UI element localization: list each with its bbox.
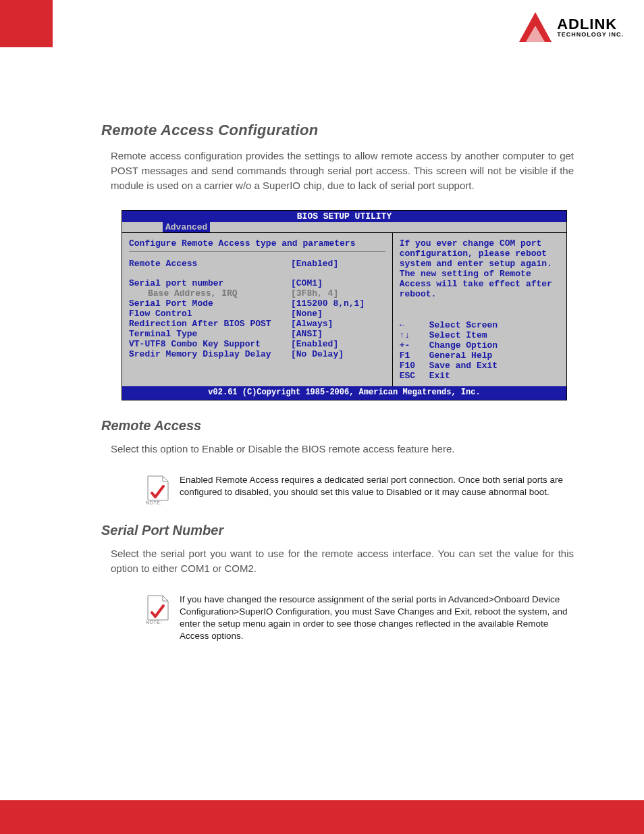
bios-nav-key: ESC bbox=[400, 371, 429, 381]
bios-setting-row: Base Address, IRQ[3F8h, 4] bbox=[129, 288, 385, 298]
bios-setting-row: Serial port number[COM1] bbox=[129, 278, 385, 288]
logo-main-text: ADLINK bbox=[557, 17, 624, 32]
bios-nav-row: ESCExit bbox=[400, 371, 560, 381]
bios-nav-row: ←Select Screen bbox=[400, 320, 560, 330]
bios-setting-row: Sredir Memory Display Delay[No Delay] bbox=[129, 349, 385, 359]
bios-title-bar: BIOS SETUP UTILITY bbox=[122, 211, 566, 222]
section-title-remote-access: Remote Access bbox=[101, 418, 574, 434]
section-para-serial-port-number: Select the serial port you want to use f… bbox=[111, 546, 574, 576]
bios-nav-key: F10 bbox=[400, 361, 429, 371]
bios-setting-row: VT-UTF8 Combo Key Support[Enabled] bbox=[129, 339, 385, 349]
bios-nav-action: Select Item bbox=[429, 330, 487, 340]
footer-red-bar bbox=[0, 800, 644, 834]
bios-nav-action: Change Option bbox=[429, 340, 498, 350]
bios-setting-label: Terminal Type bbox=[129, 329, 291, 339]
bios-setting-value: [No Delay] bbox=[291, 349, 344, 359]
note-block-1: NOTE: Enabled Remote Access requires a d… bbox=[146, 474, 574, 502]
note-icon: NOTE: bbox=[146, 594, 170, 622]
bios-nav-row: +-Change Option bbox=[400, 340, 560, 350]
bios-setting-row: Terminal Type[ANSI] bbox=[129, 329, 385, 339]
bios-footer: v02.61 (C)Copyright 1985-2006, American … bbox=[122, 386, 566, 400]
bios-setting-row: Redirection After BIOS POST[Always] bbox=[129, 319, 385, 329]
bios-config-header: Configure Remote Access type and paramet… bbox=[129, 238, 385, 252]
bios-setting-value: [COM1] bbox=[291, 278, 323, 288]
note-icon: NOTE: bbox=[146, 474, 170, 502]
bios-tab-row: Advanced bbox=[122, 222, 566, 233]
section-para-remote-access-config: Remote access configuration provides the… bbox=[111, 149, 574, 192]
note-label: NOTE: bbox=[146, 620, 162, 625]
bios-left-pane: Configure Remote Access type and paramet… bbox=[122, 233, 393, 386]
page-content: Remote Access Configuration Remote acces… bbox=[101, 122, 574, 662]
note-text-1: Enabled Remote Access requires a dedicat… bbox=[180, 474, 574, 498]
bios-nav-row: ↑↓Select Item bbox=[400, 330, 560, 340]
bios-setting-row: Flow Control[None] bbox=[129, 309, 385, 319]
bios-nav-action: Exit bbox=[429, 371, 450, 381]
bios-setting-value: [Enabled] bbox=[291, 339, 338, 349]
bios-setting-label: VT-UTF8 Combo Key Support bbox=[129, 339, 291, 349]
note-label: NOTE: bbox=[146, 500, 162, 505]
bios-help-text: If you ever change COM port configuratio… bbox=[400, 238, 560, 304]
bios-setting-label: Base Address, IRQ bbox=[129, 288, 291, 298]
header-red-tab bbox=[0, 0, 53, 47]
note-block-2: NOTE: If you have changed the resource a… bbox=[146, 594, 574, 643]
bios-setting-value: [3F8h, 4] bbox=[291, 288, 338, 298]
note-text-2: If you have changed the resource assignm… bbox=[180, 594, 574, 643]
bios-setting-label: Sredir Memory Display Delay bbox=[129, 349, 291, 359]
bios-nav-key: ← bbox=[400, 320, 429, 330]
bios-setting-label: Flow Control bbox=[129, 309, 291, 319]
bios-setting-row: Serial Port Mode[115200 8,n,1] bbox=[129, 298, 385, 309]
bios-nav-action: Save and Exit bbox=[429, 361, 498, 371]
bios-setting-value: [None] bbox=[291, 309, 323, 319]
bios-nav-row: F10Save and Exit bbox=[400, 361, 560, 371]
section-para-remote-access: Select this option to Enable or Disable … bbox=[111, 442, 574, 457]
bios-nav-key: +- bbox=[400, 340, 429, 350]
bios-nav-row: F1General Help bbox=[400, 350, 560, 361]
bios-setting-value: [Always] bbox=[291, 319, 333, 329]
bios-setting-value: [Enabled] bbox=[291, 259, 338, 269]
bios-setting-row: Remote Access[Enabled] bbox=[129, 259, 385, 269]
brand-logo: ADLINK TECHNOLOGY INC. bbox=[519, 12, 624, 42]
bios-tab-advanced: Advanced bbox=[163, 222, 210, 232]
logo-triangle-icon bbox=[519, 12, 552, 42]
bios-setting-value: [115200 8,n,1] bbox=[291, 298, 365, 309]
bios-nav-keys: ←Select Screen↑↓Select Item+-Change Opti… bbox=[400, 320, 560, 381]
section-title-remote-access-config: Remote Access Configuration bbox=[101, 122, 574, 139]
bios-nav-action: Select Screen bbox=[429, 320, 498, 330]
bios-setting-value: [ANSI] bbox=[291, 329, 323, 339]
logo-sub-text: TECHNOLOGY INC. bbox=[557, 32, 624, 38]
bios-nav-action: General Help bbox=[429, 350, 493, 361]
bios-screenshot: BIOS SETUP UTILITY Advanced Configure Re… bbox=[122, 210, 567, 400]
bios-setting-label: Redirection After BIOS POST bbox=[129, 319, 291, 329]
bios-setting-label: Serial Port Mode bbox=[129, 298, 291, 309]
bios-right-pane: If you ever change COM port configuratio… bbox=[393, 233, 566, 386]
bios-nav-key: ↑↓ bbox=[400, 330, 429, 340]
bios-setting-label: Remote Access bbox=[129, 259, 291, 269]
bios-nav-key: F1 bbox=[400, 350, 429, 361]
bios-setting-label: Serial port number bbox=[129, 278, 291, 288]
section-title-serial-port-number: Serial Port Number bbox=[101, 523, 574, 538]
